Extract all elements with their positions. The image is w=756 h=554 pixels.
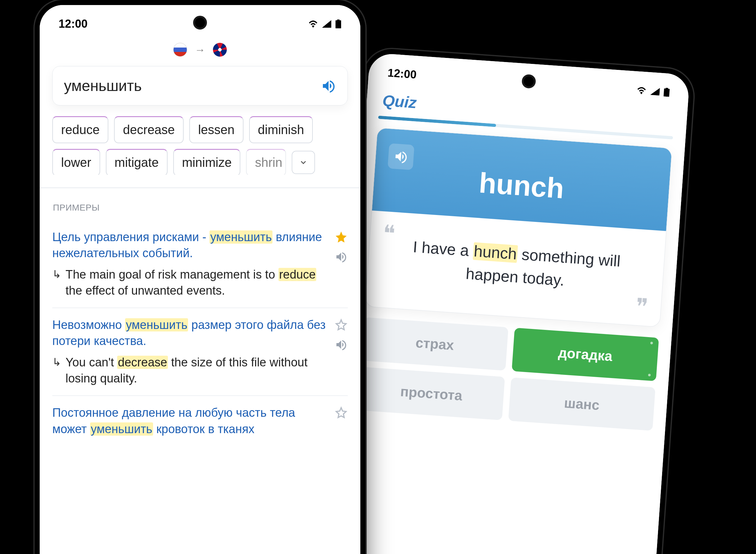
example-ru: Невозможно уменьшить размер этого файла …: [52, 317, 327, 349]
status-time: 12:00: [387, 66, 417, 81]
flag-ru-icon: [173, 43, 187, 57]
signal-icon: [322, 20, 332, 28]
chip[interactable]: diminish: [249, 116, 313, 143]
chip[interactable]: decrease: [114, 116, 184, 143]
star-empty-icon[interactable]: [335, 406, 348, 419]
translation-chips: reduce decrease lessen diminish lower mi…: [52, 116, 348, 175]
quiz-word: hunch: [386, 160, 657, 211]
example-en: You can't decrease the size of this file…: [65, 354, 327, 387]
language-direction[interactable]: →: [52, 43, 348, 57]
search-word: уменьшить: [64, 77, 142, 95]
star-filled-icon[interactable]: [335, 230, 348, 244]
quiz-sentence: ❝ I have a hunch something will happen t…: [365, 211, 666, 327]
example-ru: Постоянное давление на любую часть тела …: [52, 405, 327, 437]
expand-chips-button[interactable]: [292, 151, 315, 174]
speaker-icon[interactable]: [335, 338, 347, 351]
section-divider: [40, 187, 360, 188]
translation-arrow-icon: ↳: [52, 356, 61, 387]
chip[interactable]: lessen: [189, 116, 244, 143]
status-icons: [636, 86, 670, 97]
speaker-icon[interactable]: [321, 78, 336, 94]
speaker-icon: [393, 149, 409, 164]
flag-uk-icon: [213, 43, 227, 57]
example-ru: Цель управления рисками - уменьшить влия…: [52, 229, 327, 262]
search-word-card[interactable]: уменьшить: [52, 66, 348, 105]
battery-icon: [663, 88, 670, 97]
quiz-option[interactable]: простота: [358, 367, 505, 420]
examples-heading: ПРИМЕРЫ: [53, 203, 348, 213]
quiz-card: hunch ❝ I have a hunch something will ha…: [365, 127, 672, 327]
quote-open-icon: ❝: [383, 229, 396, 238]
chevron-down-icon: [299, 158, 308, 167]
speaker-icon[interactable]: [335, 251, 347, 263]
quote-close-icon: ❞: [636, 302, 649, 312]
translation-arrow-icon: ↳: [52, 268, 61, 299]
phone-quiz: 12:00 Quiz hunch ❝ I: [319, 47, 696, 554]
quiz-option[interactable]: страх: [361, 317, 509, 371]
example-en: The main goal of risk management is to r…: [65, 267, 327, 299]
camera-hole: [193, 16, 207, 30]
chip[interactable]: lower: [52, 149, 100, 175]
wifi-icon: [308, 20, 318, 28]
chip[interactable]: reduce: [52, 116, 108, 143]
quiz-option-correct[interactable]: догадка: [512, 328, 659, 381]
wifi-icon: [636, 86, 647, 95]
example-item: Невозможно уменьшить размер этого файла …: [52, 308, 348, 396]
quiz-title: Quiz: [382, 91, 417, 112]
chip[interactable]: minimize: [173, 149, 241, 175]
battery-icon: [335, 19, 342, 28]
phone-dictionary: 12:00 → уменьшить reduce decrease lessen: [35, 0, 365, 554]
star-empty-icon[interactable]: [335, 318, 348, 331]
signal-icon: [650, 87, 660, 95]
chip-partial[interactable]: shrin: [246, 149, 286, 175]
quiz-option[interactable]: шанс: [508, 377, 656, 431]
status-time: 12:00: [59, 17, 88, 31]
example-item: Постоянное давление на любую часть тела …: [52, 396, 348, 446]
quiz-options: страх догадка простота шанс: [358, 317, 659, 431]
status-icons: [308, 19, 342, 28]
chip[interactable]: mitigate: [106, 149, 167, 175]
example-item: Цель управления рисками - уменьшить влия…: [52, 220, 348, 308]
arrow-right-icon: →: [195, 44, 205, 56]
